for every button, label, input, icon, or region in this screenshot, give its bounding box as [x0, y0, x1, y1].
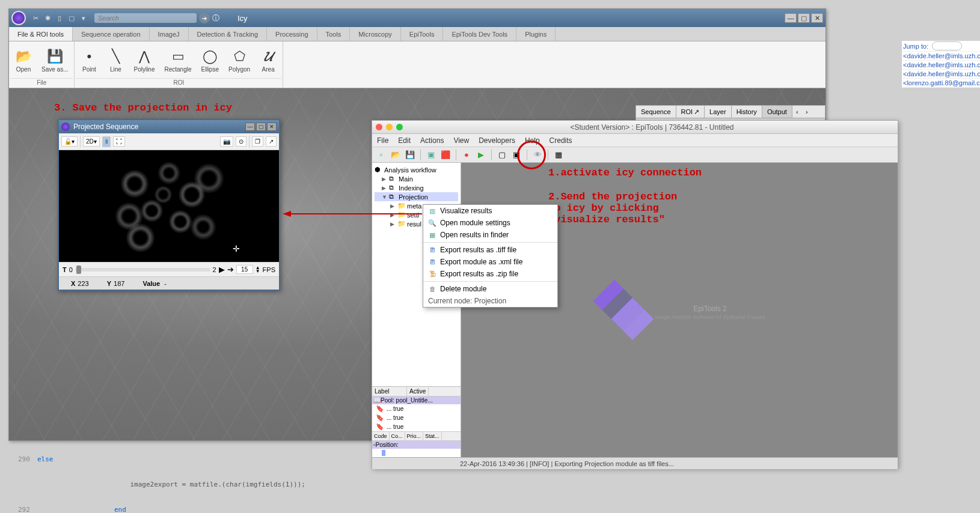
- point-icon: •: [81, 48, 97, 65]
- view-mode-select[interactable]: 2D ▾: [83, 136, 100, 147]
- lock-button[interactable]: 🔓▾: [61, 136, 78, 147]
- pool-row[interactable]: 📖 Pool: pool_Untitle...: [372, 396, 461, 404]
- point-tool[interactable]: •Point: [76, 43, 102, 78]
- ctx-export-zip[interactable]: 🗜Export results as .zip file: [423, 268, 557, 280]
- window-zoom-button[interactable]: [396, 124, 403, 130]
- tab-imagej[interactable]: ImageJ: [150, 27, 189, 41]
- target-button[interactable]: ⊙: [236, 136, 247, 147]
- play-button[interactable]: ▶: [219, 265, 225, 274]
- menu-edit[interactable]: Edit: [398, 136, 411, 145]
- colors-icon[interactable]: 🟥: [440, 150, 451, 160]
- camera-button[interactable]: 📷: [220, 136, 233, 147]
- tool-icon[interactable]: ✂: [31, 13, 40, 23]
- tool-icon[interactable]: ▯: [55, 13, 64, 23]
- tab-prio[interactable]: Prio...: [405, 432, 424, 440]
- panel-nav-next[interactable]: ›: [802, 106, 812, 118]
- run-icon[interactable]: ▶: [476, 150, 486, 160]
- fps-stepper[interactable]: ▲▼: [256, 266, 260, 273]
- menu-view[interactable]: View: [453, 136, 469, 145]
- module-icon[interactable]: ▣: [426, 150, 436, 160]
- ellipse-icon: ◯: [201, 48, 218, 65]
- menu-file[interactable]: File: [377, 136, 388, 145]
- list-item[interactable]: 🔖... true: [372, 413, 461, 422]
- panel-tab-roi[interactable]: ROI ↗: [676, 106, 705, 118]
- tab-epitools[interactable]: EpiTools: [401, 27, 444, 41]
- tree-indexing[interactable]: ▶⧉Indexing: [375, 183, 458, 192]
- tab-stat[interactable]: Stat...: [423, 432, 442, 440]
- maximize-button[interactable]: ▢: [256, 123, 266, 131]
- fit-button[interactable]: ⛶: [113, 136, 125, 147]
- step-button[interactable]: ➔: [227, 265, 234, 274]
- time-slider[interactable]: [75, 268, 210, 272]
- close-button[interactable]: ✕: [811, 13, 823, 23]
- search-input[interactable]: Search: [94, 13, 197, 23]
- save-icon[interactable]: 💾: [405, 150, 415, 160]
- panel-tab-layer[interactable]: Layer: [705, 106, 732, 118]
- popout-button[interactable]: ↗: [266, 136, 277, 147]
- extra-icon[interactable]: ▦: [553, 150, 564, 160]
- ctx-open-finder[interactable]: ▦Open results in finder: [423, 229, 557, 241]
- position-row[interactable]: ▫ Position:: [372, 441, 461, 449]
- ctx-export-tiff[interactable]: 🖹Export results as .tiff file: [423, 244, 557, 256]
- ctx-visualize[interactable]: ▥Visualize results: [423, 205, 557, 217]
- progress-row: [372, 449, 461, 457]
- fps-input[interactable]: [236, 265, 253, 274]
- open-icon[interactable]: 📂: [390, 150, 401, 160]
- file-group: 📂 Open 💾 Save as... File: [9, 41, 75, 88]
- list-item[interactable]: 🔖... true: [372, 422, 461, 431]
- list-item[interactable]: 🔖... true: [372, 404, 461, 413]
- ctx-export-xml[interactable]: 🖹Export module as .xml file: [423, 256, 557, 268]
- save-as-button[interactable]: 💾 Save as...: [37, 43, 73, 78]
- tab-file-roi[interactable]: File & ROI tools: [9, 27, 73, 41]
- ctx-open-settings[interactable]: 🔍Open module settings: [423, 217, 557, 229]
- menu-actions[interactable]: Actions: [420, 136, 444, 145]
- proj-titlebar[interactable]: Projected Sequence — ▢ ✕: [59, 120, 279, 133]
- layers-button[interactable]: ⦀: [102, 136, 111, 147]
- tree-root[interactable]: ⬢Analysis workflow: [375, 165, 458, 174]
- polygon-tool[interactable]: ⬠Polygon: [224, 43, 255, 78]
- tab-detection[interactable]: Detection & Tracking: [189, 27, 268, 41]
- rectangle-icon: ▭: [170, 48, 186, 65]
- tool-icon[interactable]: ✱: [43, 13, 52, 23]
- tab-tools[interactable]: Tools: [317, 27, 351, 41]
- new-icon[interactable]: ▫: [376, 150, 387, 160]
- tab-sequence[interactable]: Sequence operation: [73, 27, 149, 41]
- window-close-button[interactable]: [376, 124, 382, 130]
- epi-titlebar[interactable]: <Student Version> : EpiTools | 736442.81…: [372, 121, 898, 134]
- panel-tab-sequence[interactable]: Sequence: [636, 106, 676, 118]
- projection-image-viewer[interactable]: ✛: [59, 150, 279, 262]
- tab-microscopy[interactable]: Microscopy: [350, 27, 401, 41]
- search-go-button[interactable]: ➔: [199, 13, 210, 23]
- tab-co[interactable]: Co...: [390, 432, 405, 440]
- area-tool[interactable]: 𝓤Area: [255, 43, 281, 78]
- duplicate-button[interactable]: ❐: [252, 136, 263, 147]
- panel-tab-history[interactable]: History: [732, 106, 762, 118]
- help-icon[interactable]: ⓘ: [212, 13, 219, 23]
- tab-code[interactable]: Code: [372, 432, 390, 440]
- maximize-button[interactable]: ▢: [798, 13, 810, 23]
- polyline-tool[interactable]: ⋀Polyline: [129, 43, 159, 78]
- ellipse-tool[interactable]: ◯Ellipse: [197, 43, 224, 78]
- minimize-button[interactable]: —: [245, 123, 255, 131]
- tab-plugins[interactable]: Plugins: [516, 27, 556, 41]
- record-icon[interactable]: ●: [461, 150, 472, 160]
- tree-projection[interactable]: ▼⧉Projection: [375, 192, 458, 201]
- tool-icon[interactable]: ▢: [67, 13, 76, 23]
- window-minimize-button[interactable]: [386, 124, 393, 130]
- menu-developers[interactable]: Developers: [479, 136, 515, 145]
- minimize-button[interactable]: —: [785, 13, 797, 23]
- tab-processing[interactable]: Processing: [267, 27, 317, 41]
- tree-main[interactable]: ▶⧉Main: [375, 174, 458, 183]
- close-button[interactable]: ✕: [267, 123, 277, 131]
- rectangle-tool[interactable]: ▭Rectangle: [160, 43, 197, 78]
- tab-epitools-dev[interactable]: EpiTools Dev Tools: [443, 27, 516, 41]
- open-button[interactable]: 📂 Open: [10, 43, 37, 78]
- window-icon[interactable]: ▢: [497, 150, 507, 160]
- tool-icon[interactable]: ▾: [79, 13, 88, 23]
- panel-nav-prev[interactable]: ‹: [792, 106, 802, 118]
- line-tool[interactable]: ╲Line: [102, 43, 129, 78]
- menu-credits[interactable]: Credits: [550, 136, 572, 145]
- ctx-delete[interactable]: 🗑Delete module: [423, 283, 557, 295]
- jump-to-input[interactable]: [932, 41, 962, 50]
- panel-tab-output[interactable]: Output: [762, 106, 792, 118]
